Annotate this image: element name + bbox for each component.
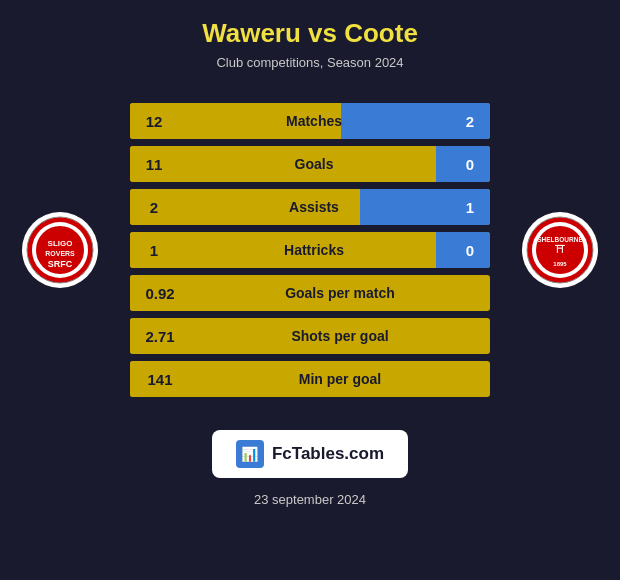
stats-container: 12 Matches 2 11 Goals 0 2 Assi: [130, 103, 490, 397]
stat-left-matches: 12: [130, 103, 178, 139]
stat-bar-matches: Matches: [178, 103, 450, 139]
stat-right-hattricks: 0: [450, 232, 490, 268]
fctables-text: FcTables.com: [272, 444, 384, 464]
page-subtitle: Club competitions, Season 2024: [216, 55, 403, 70]
svg-text:⛩: ⛩: [555, 244, 565, 255]
stat-row-min-per-goal: 141 Min per goal: [130, 361, 490, 397]
stat-val-min-per-goal: 141: [130, 361, 190, 397]
stat-label-hattricks: Hattricks: [284, 242, 344, 258]
svg-text:SRFC: SRFC: [48, 259, 73, 269]
stat-right-matches: 2: [450, 103, 490, 139]
stat-row-shots-per-goal: 2.71 Shots per goal: [130, 318, 490, 354]
stat-right-goals: 0: [450, 146, 490, 182]
stat-label-matches: Matches: [286, 113, 342, 129]
stat-label-assists: Assists: [289, 199, 339, 215]
stat-left-goals: 11: [130, 146, 178, 182]
stat-left-assists: 2: [130, 189, 178, 225]
page-wrapper: Waweru vs Coote Club competitions, Seaso…: [0, 0, 620, 580]
svg-text:ROVERS: ROVERS: [45, 250, 75, 257]
stat-label-goals: Goals: [295, 156, 334, 172]
main-content: SLIGO ROVERS SRFC 12 Matches 2 11: [10, 90, 610, 410]
stat-label-min-per-goal: Min per goal: [190, 371, 490, 387]
team-logo-left: SLIGO ROVERS SRFC: [20, 210, 100, 290]
stat-bar-hattricks: Hattricks: [178, 232, 450, 268]
fctables-icon: 📊: [236, 440, 264, 468]
stat-row-goals-per-match: 0.92 Goals per match: [130, 275, 490, 311]
date-text: 23 september 2024: [254, 492, 366, 507]
svg-text:SLIGO: SLIGO: [48, 239, 73, 248]
stat-left-hattricks: 1: [130, 232, 178, 268]
stat-row-assists: 2 Assists 1: [130, 189, 490, 225]
stat-label-goals-per-match: Goals per match: [190, 285, 490, 301]
page-title: Waweru vs Coote: [202, 18, 418, 49]
stat-right-assists: 1: [450, 189, 490, 225]
svg-text:1895: 1895: [553, 261, 567, 267]
svg-text:SHELBOURNE: SHELBOURNE: [537, 236, 583, 243]
stat-label-shots-per-goal: Shots per goal: [190, 328, 490, 344]
fctables-badge: 📊 FcTables.com: [212, 430, 408, 478]
stat-val-goals-per-match: 0.92: [130, 275, 190, 311]
stat-bar-assists: Assists: [178, 189, 450, 225]
stat-row-matches: 12 Matches 2: [130, 103, 490, 139]
stat-row-goals: 11 Goals 0: [130, 146, 490, 182]
team-logo-right: SHELBOURNE ⛩ 1895: [520, 210, 600, 290]
stat-row-hattricks: 1 Hattricks 0: [130, 232, 490, 268]
stat-bar-goals: Goals: [178, 146, 450, 182]
stat-val-shots-per-goal: 2.71: [130, 318, 190, 354]
